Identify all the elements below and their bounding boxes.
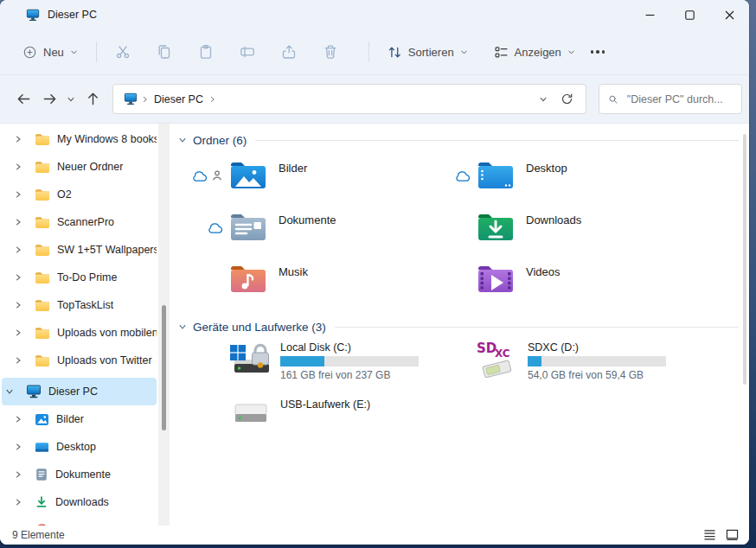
close-button[interactable]	[709, 0, 749, 29]
sidebar-item-music[interactable]: Musik	[2, 516, 157, 526]
back-button[interactable]	[10, 86, 36, 112]
folder-tile-desktop[interactable]: Desktop	[426, 156, 673, 208]
breadcrumb-chevron-icon[interactable]	[141, 95, 149, 104]
trash-icon	[323, 44, 338, 60]
group-header-rule	[255, 140, 739, 141]
chevron-down-icon[interactable]	[178, 136, 187, 144]
large-icons-view-button[interactable]	[721, 526, 742, 544]
rename-button[interactable]	[233, 37, 262, 67]
disk-usage-bar	[528, 356, 666, 366]
close-icon	[725, 10, 734, 20]
up-button[interactable]	[80, 86, 106, 112]
svg-text:SD: SD	[477, 341, 497, 356]
sidebar-item-downloads[interactable]: Downloads	[2, 488, 157, 516]
content-scrollbar-thumb[interactable]	[743, 134, 746, 385]
copy-button[interactable]	[150, 37, 179, 67]
drives-grid: Local Disk (C:) 161 GB frei von 237 GB S…	[178, 340, 749, 454]
cloud-status-icon	[207, 221, 223, 234]
desktop-folder-icon	[476, 156, 516, 194]
maximize-button[interactable]	[670, 0, 709, 29]
sidebar-item-folder[interactable]: Neuer Ordner	[2, 153, 157, 181]
maximize-icon	[685, 10, 695, 20]
search-box[interactable]	[599, 84, 742, 114]
chevron-right-icon[interactable]	[14, 135, 22, 143]
chevron-right-icon[interactable]	[14, 245, 22, 254]
folder-tile-videos[interactable]: Videos	[426, 260, 673, 312]
chevron-down-icon	[67, 95, 75, 104]
address-breadcrumb-bar[interactable]: Dieser PC	[112, 84, 586, 114]
chevron-right-icon[interactable]	[14, 162, 22, 171]
sidebar-item-desktop[interactable]: Desktop	[2, 433, 157, 461]
group-header-folders[interactable]: Ordner (6)	[178, 131, 749, 150]
items-view: Ordner (6) Bilder	[170, 124, 749, 526]
view-button[interactable]: Anzeigen	[487, 40, 582, 65]
chevron-right-icon[interactable]	[14, 273, 22, 282]
refresh-button[interactable]	[555, 92, 579, 105]
chevron-down-icon[interactable]	[5, 387, 14, 396]
chevron-right-icon[interactable]	[14, 498, 22, 507]
search-icon	[608, 93, 618, 105]
drive-tile-c[interactable]: Local Disk (C:) 161 GB frei von 237 GB	[178, 340, 426, 397]
sidebar-item-folder[interactable]: SW 1+5T Wallpapers	[2, 236, 157, 264]
chevron-right-icon[interactable]	[14, 218, 22, 226]
new-button[interactable]: Neu	[16, 40, 85, 65]
search-input[interactable]	[625, 92, 734, 106]
group-header-drives[interactable]: Geräte und Laufwerke (3)	[178, 317, 749, 336]
downloads-icon	[35, 495, 48, 509]
breadcrumb-chevron-icon[interactable]	[208, 95, 216, 104]
chevron-right-icon[interactable]	[14, 190, 22, 199]
folder-icon	[35, 216, 50, 229]
sidebar-item-pictures[interactable]: Bilder	[2, 405, 157, 433]
address-dropdown-button[interactable]	[531, 95, 555, 104]
drive-tile-d[interactable]: SD XC SDXC (D:) 54,0 GB frei von 59,4 GB	[426, 340, 673, 397]
sidebar-scrollbar[interactable]	[158, 124, 170, 526]
svg-text:XC: XC	[495, 347, 510, 360]
folder-tile-documents[interactable]: Dokumente	[178, 208, 426, 260]
breadcrumb-this-pc[interactable]: Dieser PC	[154, 93, 203, 105]
rename-icon	[240, 44, 255, 60]
sort-icon	[388, 45, 402, 60]
toolbar-separator	[368, 41, 369, 62]
chevron-right-icon[interactable]	[14, 301, 22, 309]
chevron-right-icon[interactable]	[14, 356, 22, 365]
chevron-right-icon[interactable]	[14, 328, 22, 337]
view-button-label: Anzeigen	[515, 46, 561, 59]
folder-icon	[35, 161, 50, 174]
this-pc-icon	[124, 92, 138, 105]
chevron-right-icon[interactable]	[14, 415, 22, 424]
sidebar-item-folder[interactable]: TopTaskList	[2, 291, 157, 319]
chevron-down-icon[interactable]	[178, 322, 187, 331]
forward-button[interactable]	[36, 86, 62, 112]
paste-button[interactable]	[191, 37, 221, 67]
sidebar-item-folder[interactable]: My Windows 8 books	[2, 125, 157, 153]
chevron-right-icon[interactable]	[14, 443, 22, 451]
cut-button[interactable]	[108, 37, 138, 67]
sidebar-item-folder[interactable]: To-Do Prime	[2, 264, 157, 291]
folder-tile-downloads[interactable]: Downloads	[426, 208, 673, 260]
sidebar-item-folder[interactable]: ScannerPro	[2, 208, 157, 236]
folders-grid: Bilder Desktop Dokumente	[178, 156, 749, 312]
downloads-folder-icon	[476, 208, 516, 246]
more-options-button[interactable]	[591, 50, 605, 53]
chevron-down-icon	[70, 48, 78, 56]
minimize-button[interactable]	[630, 0, 670, 29]
drive-tile-e[interactable]: USB-Laufwerk (E:)	[178, 397, 426, 454]
delete-button[interactable]	[316, 37, 345, 67]
sidebar-item-this-pc[interactable]: Dieser PC	[2, 378, 157, 405]
desktop-icon	[35, 441, 49, 454]
share-button[interactable]	[274, 37, 304, 67]
folder-tile-pictures[interactable]: Bilder	[178, 156, 426, 208]
sidebar-item-folder[interactable]: O2	[2, 181, 157, 208]
sidebar-item-folder[interactable]: Uploads von mobilen Ge	[2, 319, 157, 347]
sidebar-item-folder[interactable]: Uploads von Twitter	[2, 347, 157, 374]
sidebar-scrollbar-thumb[interactable]	[162, 305, 166, 430]
cloud-status-icon	[191, 169, 208, 182]
folder-icon	[35, 354, 50, 367]
sidebar-item-documents[interactable]: Dokumente	[2, 461, 157, 488]
explorer-body: My Windows 8 books Neuer Ordner O2 Scann…	[0, 124, 749, 526]
sort-button[interactable]: Sortieren	[381, 40, 475, 65]
details-view-button[interactable]	[699, 526, 720, 544]
folder-tile-music[interactable]: Musik	[178, 260, 426, 312]
chevron-right-icon[interactable]	[14, 470, 22, 479]
recent-locations-button[interactable]	[62, 86, 80, 112]
